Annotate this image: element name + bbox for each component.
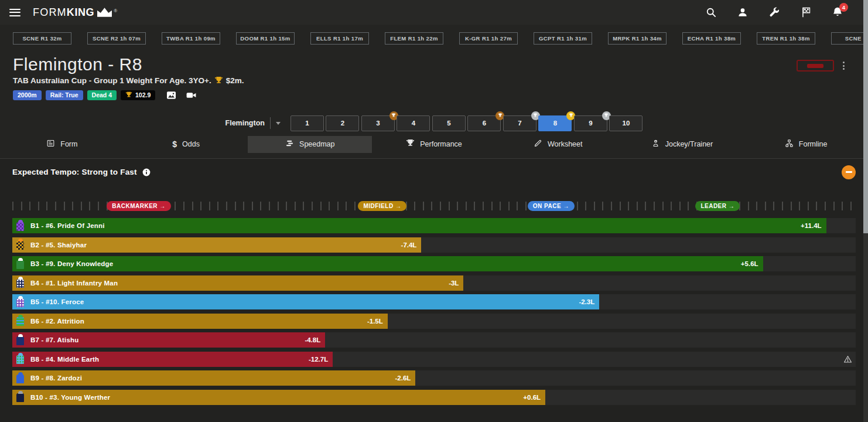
race-nav-button[interactable]: SCNE R1 32m (13, 32, 71, 45)
runner-row[interactable]: B7 - #7. Atishu-4.8L (12, 332, 856, 348)
section-tabs: Form$OddsSpeedmapPerformanceWorksheetJoc… (0, 136, 868, 153)
race-number-button[interactable]: 10 (609, 115, 643, 131)
jockey-silk-icon (16, 317, 24, 326)
position-pill-on-pace-: ON PACE → (528, 201, 575, 211)
notifications-icon[interactable]: 4 (832, 6, 843, 18)
expected-tempo-label: Expected Tempo: Strong to Fast (12, 168, 151, 176)
runner-bar: B3 - #9. Deny Knowledge+5.6L (12, 256, 763, 271)
race-nav-button[interactable]: FLEM R1 1h 22m (385, 32, 443, 45)
jockey-silk-icon (16, 279, 24, 288)
runner-value: -2.3L (579, 298, 594, 305)
runner-label: B10 - #3. Young Werther (30, 394, 110, 401)
race-nav-button[interactable]: SCNE R2 1h 07m (87, 32, 146, 45)
page-title: Flemington - R8 (13, 55, 855, 74)
runner-bar: B5 - #10. Feroce-2.3L (12, 294, 599, 309)
silk-cap (18, 277, 23, 280)
silk-cap (18, 372, 23, 375)
runner-row[interactable]: B1 - #6. Pride Of Jenni+11.4L (12, 218, 856, 233)
runner-bar: B2 - #5. Shaiyhar-7.4L (12, 237, 421, 253)
runner-row[interactable]: B2 - #5. Shaiyhar-7.4L (12, 237, 856, 253)
race-nav-button[interactable]: K-GR R1 1h 27m (459, 32, 518, 45)
race-nav-button[interactable]: MRPK R1 1h 34m (608, 32, 667, 45)
race-nav-button[interactable]: ELLS R1 1h 17m (310, 32, 369, 45)
runner-row[interactable]: B5 - #10. Feroce-2.3L (12, 294, 856, 309)
race-subtitle: TAB Australian Cup - Group 1 Weight For … (13, 76, 855, 85)
race-number-button[interactable]: 9 (574, 115, 607, 131)
menu-icon[interactable] (9, 6, 20, 18)
venue-label: Flemington (225, 119, 265, 127)
gallery-icon[interactable] (166, 90, 177, 101)
tab-formline[interactable]: Formline (744, 136, 868, 153)
info-icon[interactable] (142, 168, 151, 176)
runner-value: -7.4L (401, 241, 417, 249)
race-number-button[interactable]: 8 (538, 115, 572, 131)
scrollbar-thumb[interactable] (863, 0, 868, 233)
race-number-button[interactable]: 5 (432, 115, 466, 131)
bookmaker-odds-button[interactable] (797, 60, 834, 72)
race-selector-row: Flemington 12345678910 (0, 115, 868, 131)
tab-label: Speedmap (299, 140, 334, 148)
venue-select[interactable]: Flemington (225, 117, 281, 129)
runner-value: -12.7L (309, 356, 328, 363)
race-number-button[interactable]: 3 (361, 115, 395, 131)
tab-label: Performance (420, 140, 462, 148)
runner-value: -1.5L (367, 318, 383, 325)
more-options-icon[interactable] (840, 59, 847, 72)
race-nav-button[interactable]: ECHA R1 1h 38m (682, 32, 741, 45)
race-nav-button[interactable]: GCPT R1 1h 31m (534, 32, 592, 45)
expected-tempo-text: Expected Tempo: Strong to Fast (12, 168, 137, 176)
jockey-silk-icon (16, 393, 24, 402)
silk-cap (18, 258, 23, 261)
tools-icon[interactable] (768, 6, 780, 18)
race-nav-button[interactable]: DOOM R1 1h 15m (236, 32, 295, 45)
race-number-button[interactable]: 4 (397, 115, 430, 131)
trophy-icon (214, 76, 223, 85)
race-nav-button[interactable]: TREN R1 1h 38m (757, 32, 815, 45)
race-nav-button[interactable]: SCNE R3 1 (831, 32, 868, 45)
notification-count-badge: 4 (839, 3, 848, 12)
runner-row[interactable]: B6 - #2. Attrition-1.5L (12, 314, 856, 329)
jockey-icon (651, 139, 660, 149)
runner-value: +0.6L (523, 394, 541, 401)
race-number-button[interactable]: 2 (326, 115, 359, 131)
tab-speedmap[interactable]: Speedmap (248, 136, 372, 153)
results-flag-icon[interactable] (800, 6, 812, 18)
crown-icon (97, 8, 112, 18)
profile-icon[interactable] (737, 6, 749, 18)
silk-cap (18, 353, 23, 356)
runner-bar: B8 - #4. Middle Earth-12.7L (12, 352, 333, 367)
runner-row[interactable]: B3 - #9. Deny Knowledge+5.6L (12, 256, 856, 271)
warning-icon[interactable] (843, 355, 852, 363)
runner-label: B7 - #7. Atishu (30, 336, 78, 343)
speedmap-icon (285, 139, 294, 149)
app-logo[interactable]: FORM KING ® (33, 6, 117, 19)
logo-text-king: KING (67, 6, 94, 19)
race-prize: $2m. (226, 76, 244, 85)
media-icons (166, 90, 197, 101)
video-icon[interactable] (186, 90, 197, 101)
collapse-button[interactable] (842, 165, 856, 179)
tab-jockey-trainer[interactable]: Jockey/Trainer (620, 136, 744, 153)
jockey-silk-icon (16, 355, 24, 364)
runner-row[interactable]: B9 - #8. Zardozi-2.6L (12, 370, 856, 386)
minus-icon (846, 171, 852, 173)
race-number-button[interactable]: 1 (291, 115, 324, 131)
runner-label: B6 - #2. Attrition (30, 318, 84, 325)
runner-row[interactable]: B4 - #1. Light Infantry Man-3L (12, 275, 856, 291)
runner-value: -2.6L (395, 375, 411, 382)
tab-worksheet[interactable]: Worksheet (496, 136, 620, 153)
tab-odds[interactable]: $Odds (124, 136, 248, 153)
tab-form[interactable]: Form (0, 136, 124, 153)
position-pill-leader-: LEADER → (695, 201, 740, 211)
race-nav-button[interactable]: TWBA R1 1h 09m (162, 32, 220, 45)
tab-performance[interactable]: Performance (372, 136, 496, 153)
search-icon[interactable] (705, 6, 717, 18)
runner-row[interactable]: B10 - #3. Young Werther+0.6L (12, 390, 856, 405)
runner-label: B2 - #5. Shaiyhar (30, 241, 87, 249)
race-number-button[interactable]: 6 (467, 115, 501, 131)
chevron-down-icon (276, 122, 281, 125)
runner-row[interactable]: B8 - #4. Middle Earth-12.7L (12, 352, 856, 367)
jockey-silk-icon (16, 336, 24, 345)
race-number-button[interactable]: 7 (503, 115, 536, 131)
vertical-scrollbar[interactable] (863, 0, 868, 422)
